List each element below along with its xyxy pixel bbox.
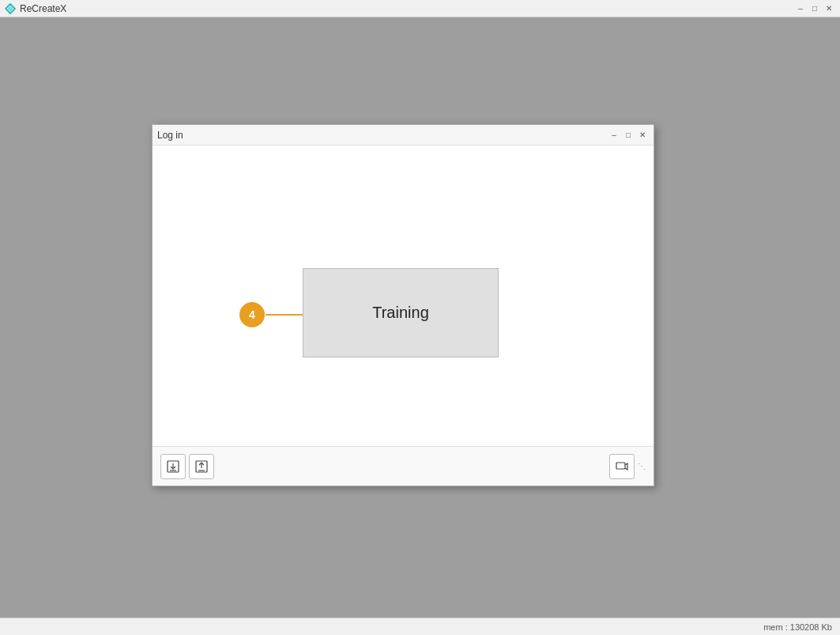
- svg-rect-8: [616, 463, 625, 469]
- status-bar: mem : 130208 Kb: [0, 618, 840, 635]
- app-icon: [5, 3, 16, 14]
- login-dialog: Log in – □ ✕ 4 Training: [152, 124, 654, 486]
- title-bar-controls: – □ ✕: [794, 3, 835, 14]
- import-button[interactable]: [160, 454, 186, 479]
- dialog-restore-button[interactable]: □: [622, 130, 635, 141]
- dialog-content: 4 Training: [153, 146, 654, 446]
- training-node[interactable]: Training: [303, 268, 499, 357]
- step-arrow: [266, 314, 305, 316]
- export-icon: [195, 460, 208, 473]
- step-number: 4: [249, 308, 255, 321]
- dialog-bottom-bar: ⋱: [153, 446, 654, 486]
- app-title-bar: ReCreateX – □ ✕: [0, 0, 840, 17]
- app-restore-button[interactable]: □: [808, 3, 821, 14]
- view-button[interactable]: [609, 454, 635, 479]
- step-indicator: 4: [239, 302, 265, 327]
- app-close-button[interactable]: ✕: [823, 3, 835, 14]
- import-icon: [167, 460, 179, 473]
- export-button[interactable]: [189, 454, 214, 479]
- dialog-title: Log in: [157, 130, 183, 141]
- training-label: Training: [372, 304, 429, 322]
- app-title-left: ReCreateX: [5, 3, 66, 14]
- memory-status: mem : 130208 Kb: [763, 622, 832, 632]
- dialog-minimize-button[interactable]: –: [608, 130, 620, 141]
- dialog-title-bar: Log in – □ ✕: [153, 125, 654, 146]
- dialog-close-button[interactable]: ✕: [636, 130, 649, 141]
- view-icon: [616, 460, 628, 473]
- app-minimize-button[interactable]: –: [794, 3, 807, 14]
- dialog-title-controls: – □ ✕: [608, 130, 649, 141]
- resize-handle[interactable]: ⋱: [638, 463, 646, 471]
- bottom-left-buttons: [160, 454, 214, 479]
- app-title: ReCreateX: [20, 3, 66, 14]
